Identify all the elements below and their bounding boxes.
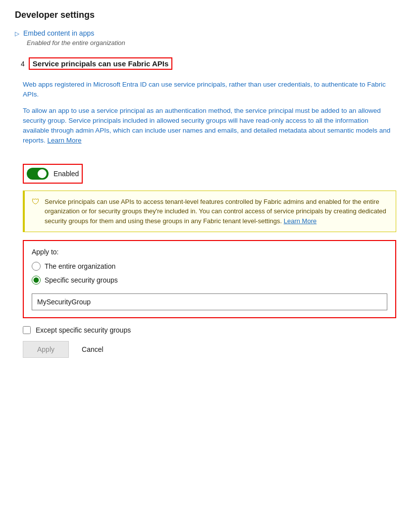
- except-row: Except specific security groups: [23, 326, 396, 334]
- apply-to-section: Apply to: The entire organization Specif…: [23, 240, 396, 318]
- section-main-title[interactable]: Service principals can use Fabric APIs: [29, 57, 173, 70]
- section-title-row: 4 Service principals can use Fabric APIs: [15, 52, 404, 75]
- learn-more-link-1[interactable]: Learn More: [48, 137, 82, 144]
- radio-specific-groups[interactable]: Specific security groups: [32, 276, 387, 285]
- embed-section: ▷ Embed content in apps Enabled for the …: [15, 29, 404, 47]
- embed-subtitle: Enabled for the entire organization: [27, 39, 404, 47]
- toggle-slider: [27, 168, 49, 180]
- shield-icon: 🛡: [32, 197, 40, 206]
- description-text-2: To allow an app to use a service princip…: [23, 106, 396, 146]
- radio-specific-groups-input[interactable]: [32, 276, 41, 285]
- action-row: Apply Cancel: [23, 341, 396, 358]
- security-group-input[interactable]: [32, 293, 387, 310]
- learn-more-link-2[interactable]: Learn More: [284, 217, 316, 225]
- enabled-toggle[interactable]: [27, 168, 49, 180]
- radio-entire-org-input[interactable]: [32, 262, 41, 271]
- toggle-row[interactable]: Enabled: [23, 164, 83, 184]
- except-label: Except specific security groups: [36, 326, 131, 334]
- radio-entire-org-label: The entire organization: [45, 262, 115, 270]
- embed-title[interactable]: Embed content in apps: [23, 29, 94, 37]
- description-text-1: Web apps registered in Microsoft Entra I…: [23, 80, 396, 100]
- service-principal-section: 4 Service principals can use Fabric APIs…: [15, 52, 404, 358]
- section-badge: 4: [21, 60, 25, 68]
- apply-button[interactable]: Apply: [23, 341, 69, 358]
- radio-entire-org[interactable]: The entire organization: [32, 262, 387, 271]
- warning-box: 🛡 Service principals can use APIs to acc…: [23, 191, 396, 233]
- expand-icon: ▷: [15, 30, 19, 37]
- radio-specific-groups-label: Specific security groups: [45, 276, 118, 284]
- warning-text-content: Service principals can use APIs to acces…: [45, 197, 389, 226]
- toggle-label: Enabled: [53, 170, 79, 178]
- apply-to-label: Apply to:: [32, 248, 387, 256]
- except-checkbox[interactable]: [23, 326, 31, 334]
- description-block: Web apps registered in Microsoft Entra I…: [15, 75, 404, 157]
- cancel-button[interactable]: Cancel: [77, 341, 108, 357]
- page-title: Developer settings: [15, 10, 404, 20]
